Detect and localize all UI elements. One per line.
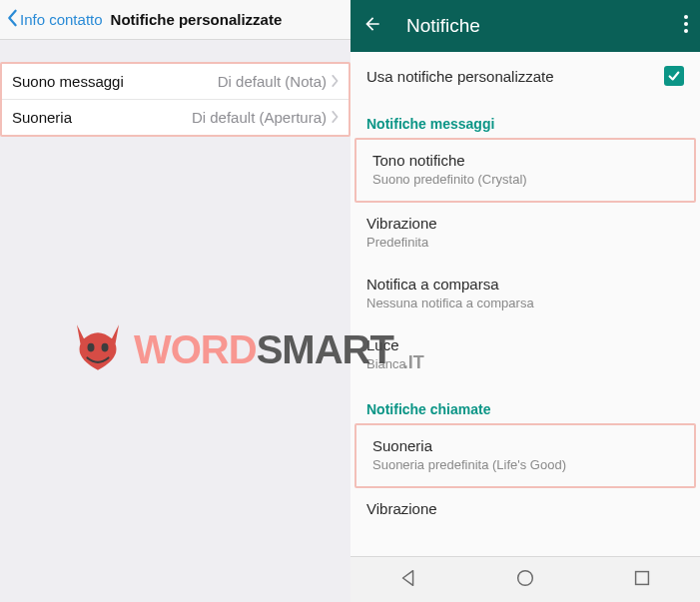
ios-panel: Info contatto Notifiche personalizzate S… xyxy=(0,0,350,602)
section-calls: Notifiche chiamate xyxy=(350,385,700,423)
row-message-sound[interactable]: Suono messaggi Di default (Nota) xyxy=(2,64,349,99)
item-call-vibration[interactable]: Vibrazione xyxy=(350,488,700,519)
item-notification-tone[interactable]: Tono notifiche Suono predefinito (Crysta… xyxy=(356,140,694,201)
android-header: Notifiche xyxy=(350,0,700,52)
checkbox-checked-icon[interactable] xyxy=(664,66,684,86)
android-navbar xyxy=(350,556,700,602)
svg-point-1 xyxy=(684,22,688,26)
item-popup[interactable]: Notifica a comparsa Nessuna notifica a c… xyxy=(350,264,700,324)
row-label: Usa notifiche personalizzate xyxy=(366,68,554,85)
item-subtitle: Suono predefinito (Crystal) xyxy=(372,172,678,187)
row-label: Suono messaggi xyxy=(12,73,124,90)
svg-point-0 xyxy=(684,15,688,19)
item-title: Notifica a comparsa xyxy=(366,276,684,293)
page-title: Notifiche personalizzate xyxy=(111,11,283,28)
nav-recent-icon[interactable] xyxy=(631,567,653,593)
item-ringtone[interactable]: Suoneria Suoneria predefinita (Life's Go… xyxy=(356,425,694,486)
ios-header: Info contatto Notifiche personalizzate xyxy=(0,0,350,40)
item-title: Luce xyxy=(366,336,684,353)
item-title: Suoneria xyxy=(372,437,678,454)
page-title: Notifiche xyxy=(406,15,660,37)
chevron-right-icon xyxy=(331,73,339,90)
item-title: Tono notifiche xyxy=(372,152,678,169)
android-panel: Notifiche Usa notifiche personalizzate N… xyxy=(350,0,700,602)
more-icon[interactable] xyxy=(684,15,688,37)
item-title: Vibrazione xyxy=(366,215,684,232)
chevron-right-icon xyxy=(331,109,339,126)
row-ringtone[interactable]: Suoneria Di default (Apertura) xyxy=(2,99,349,135)
svg-rect-4 xyxy=(635,571,648,584)
android-content: Usa notifiche personalizzate Notifiche m… xyxy=(350,52,700,556)
item-vibration[interactable]: Vibrazione Predefinita xyxy=(350,203,700,264)
back-button[interactable] xyxy=(362,14,382,38)
item-subtitle: Suoneria predefinita (Life's Good) xyxy=(372,457,678,472)
row-value: Di default (Apertura) xyxy=(192,109,327,126)
item-title: Vibrazione xyxy=(366,500,684,517)
section-messages: Notifiche messaggi xyxy=(350,100,700,138)
row-use-custom[interactable]: Usa notifiche personalizzate xyxy=(350,52,700,100)
back-label: Info contatto xyxy=(20,11,103,28)
item-light[interactable]: Luce Bianca xyxy=(350,324,700,385)
chevron-left-icon xyxy=(6,9,18,30)
svg-point-3 xyxy=(518,570,533,585)
highlight-box: Suoneria Suoneria predefinita (Life's Go… xyxy=(354,423,696,488)
svg-point-2 xyxy=(684,29,688,33)
row-value: Di default (Nota) xyxy=(218,73,327,90)
nav-back-icon[interactable] xyxy=(397,567,419,593)
nav-home-icon[interactable] xyxy=(514,567,536,593)
item-subtitle: Predefinita xyxy=(366,235,684,250)
back-button[interactable]: Info contatto xyxy=(0,9,109,30)
item-subtitle: Bianca xyxy=(366,356,684,371)
item-subtitle: Nessuna notifica a comparsa xyxy=(366,296,684,310)
row-label: Suoneria xyxy=(12,109,72,126)
highlight-box: Tono notifiche Suono predefinito (Crysta… xyxy=(354,138,696,203)
ios-settings-group: Suono messaggi Di default (Nota) Suoneri… xyxy=(0,62,350,137)
